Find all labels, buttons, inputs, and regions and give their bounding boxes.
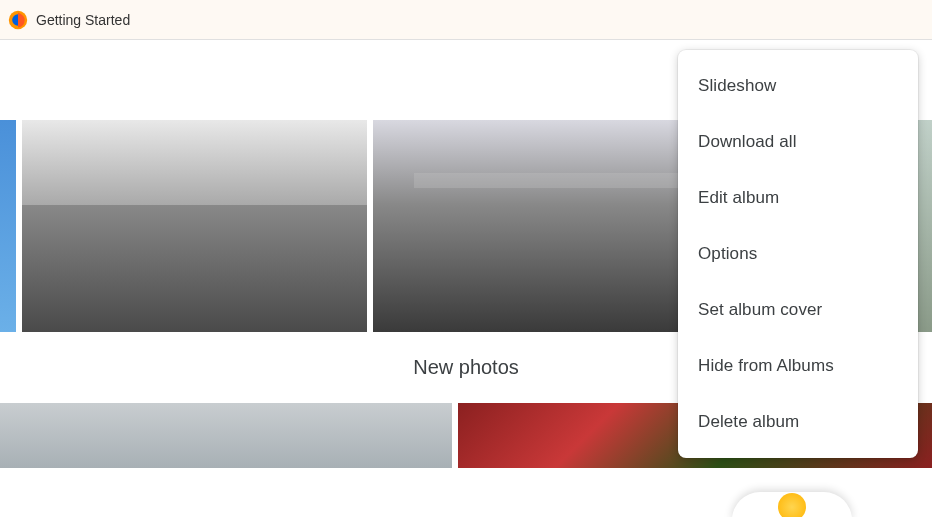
photo-thumbnail[interactable] bbox=[0, 403, 452, 468]
emoji-icon bbox=[778, 493, 806, 517]
photo-thumbnail[interactable] bbox=[0, 120, 16, 332]
browser-tab-title[interactable]: Getting Started bbox=[36, 12, 130, 28]
firefox-icon bbox=[8, 10, 28, 30]
album-context-menu: Slideshow Download all Edit album Option… bbox=[678, 50, 918, 458]
menu-item-delete-album[interactable]: Delete album bbox=[678, 394, 918, 450]
menu-item-slideshow[interactable]: Slideshow bbox=[678, 58, 918, 114]
menu-item-set-album-cover[interactable]: Set album cover bbox=[678, 282, 918, 338]
menu-item-hide-from-albums[interactable]: Hide from Albums bbox=[678, 338, 918, 394]
section-title: New photos bbox=[413, 356, 519, 379]
menu-item-options[interactable]: Options bbox=[678, 226, 918, 282]
photo-thumbnail[interactable] bbox=[22, 120, 367, 332]
browser-tab-bar: Getting Started bbox=[0, 0, 932, 40]
menu-item-edit-album[interactable]: Edit album bbox=[678, 170, 918, 226]
floating-action-button[interactable] bbox=[732, 492, 852, 517]
menu-item-download-all[interactable]: Download all bbox=[678, 114, 918, 170]
